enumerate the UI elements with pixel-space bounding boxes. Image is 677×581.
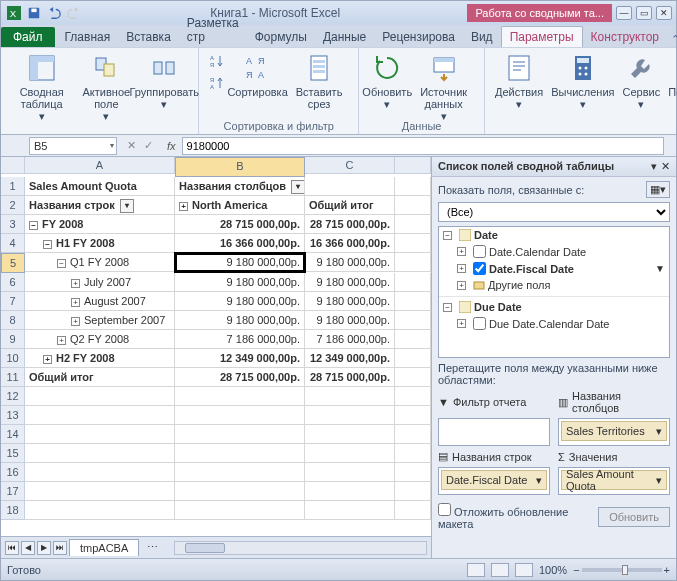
cell[interactable] xyxy=(25,406,175,425)
close-button[interactable]: ✕ xyxy=(656,6,672,20)
cell[interactable]: Названия строк ▾ xyxy=(25,196,175,215)
cell[interactable] xyxy=(305,177,395,196)
cell[interactable]: Общий итог xyxy=(25,368,175,387)
fx-icon[interactable]: fx xyxy=(161,140,182,152)
cell[interactable]: 9 180 000,00p. xyxy=(175,273,305,292)
cell[interactable] xyxy=(25,425,175,444)
minimize-button[interactable]: — xyxy=(616,6,632,20)
cell[interactable]: 12 349 000,00p. xyxy=(175,349,305,368)
cell[interactable] xyxy=(395,311,431,330)
cell[interactable]: +North America xyxy=(175,196,305,215)
cell[interactable]: +July 2007 xyxy=(25,273,175,292)
cell[interactable] xyxy=(395,215,431,234)
select-all[interactable] xyxy=(1,157,25,174)
tab-view[interactable]: Вид xyxy=(463,27,501,47)
layout-icon[interactable]: ▦▾ xyxy=(646,181,670,198)
cell[interactable]: 9 180 000,00p. xyxy=(305,253,395,272)
field-cal-check[interactable] xyxy=(473,245,486,258)
row-header[interactable]: 15 xyxy=(1,444,25,463)
row-header[interactable]: 5 xyxy=(1,253,25,273)
col-header[interactable] xyxy=(395,157,431,174)
filter-area[interactable] xyxy=(438,418,550,446)
enter-icon[interactable]: ✓ xyxy=(144,139,153,152)
cell[interactable] xyxy=(25,501,175,520)
zoom-slider[interactable] xyxy=(582,568,662,572)
cell[interactable]: Общий итог xyxy=(305,196,395,215)
pivot-table-button[interactable]: Сводная таблица ▾ xyxy=(7,50,76,116)
tab-layout[interactable]: Разметка стр xyxy=(179,13,247,47)
cell[interactable] xyxy=(305,501,395,520)
row-header[interactable]: 1 xyxy=(1,177,25,196)
cell[interactable]: +H2 FY 2008 xyxy=(25,349,175,368)
cell[interactable]: +Q2 FY 2008 xyxy=(25,330,175,349)
row-header[interactable]: 6 xyxy=(1,273,25,292)
cell[interactable]: −H1 FY 2008 xyxy=(25,234,175,253)
update-button[interactable]: Обновить xyxy=(598,507,670,527)
field-fiscal-check[interactable] xyxy=(473,262,486,275)
field-duecal-check[interactable] xyxy=(473,317,486,330)
field-tree[interactable]: −Date +Date.Calendar Date +Date.Fiscal D… xyxy=(438,226,670,358)
cell[interactable] xyxy=(395,463,431,482)
cell[interactable]: 28 715 000,00p. xyxy=(305,368,395,387)
row-header[interactable]: 8 xyxy=(1,311,25,330)
col-header[interactable]: C xyxy=(305,157,395,174)
col-header[interactable]: B xyxy=(175,157,305,177)
cell[interactable]: 7 186 000,00p. xyxy=(175,330,305,349)
name-box[interactable]: B5 xyxy=(29,137,117,155)
cell[interactable] xyxy=(395,292,431,311)
zoom-out-button[interactable]: − xyxy=(573,564,579,576)
cell[interactable] xyxy=(395,330,431,349)
field-item-vals[interactable]: Sales Amount Quota▾ xyxy=(561,470,667,490)
row-header[interactable]: 14 xyxy=(1,425,25,444)
normal-view-button[interactable] xyxy=(467,563,485,577)
cell[interactable]: −Q1 FY 2008 xyxy=(25,253,175,272)
minimize-ribbon-icon[interactable]: ⌃ xyxy=(667,31,677,47)
cell[interactable] xyxy=(395,253,431,272)
row-header[interactable]: 18 xyxy=(1,501,25,520)
rows-area[interactable]: Date.Fiscal Date▾ xyxy=(438,467,550,495)
h-scrollbar[interactable] xyxy=(174,541,427,555)
defer-label[interactable]: Отложить обновление макета xyxy=(438,503,598,530)
cell[interactable] xyxy=(305,444,395,463)
zoom-level[interactable]: 100% xyxy=(539,564,567,576)
tab-file[interactable]: Файл xyxy=(1,27,55,47)
zoom-in-button[interactable]: + xyxy=(664,564,670,576)
tab-options[interactable]: Параметры xyxy=(501,26,583,47)
tab-review[interactable]: Рецензирова xyxy=(374,27,463,47)
row-header[interactable]: 16 xyxy=(1,463,25,482)
cell[interactable] xyxy=(395,234,431,253)
sort-button[interactable]: АЯЯАСортировка xyxy=(229,50,286,116)
calc-button[interactable]: Вычисления ▾ xyxy=(547,50,618,116)
cell[interactable] xyxy=(305,387,395,406)
cell[interactable]: −FY 2008 xyxy=(25,215,175,234)
cell[interactable] xyxy=(175,387,305,406)
tab-design[interactable]: Конструктор xyxy=(583,27,667,47)
cell[interactable]: 9 180 000,00p. xyxy=(175,292,305,311)
row-header[interactable]: 2 xyxy=(1,196,25,215)
show-button[interactable]: Показать ▾ xyxy=(664,50,677,116)
row-header[interactable]: 4 xyxy=(1,234,25,253)
cell[interactable]: Sales Amount Quota xyxy=(25,177,175,196)
sheet-tab[interactable]: tmpACBA xyxy=(69,539,139,556)
redo-icon[interactable] xyxy=(65,4,83,22)
first-sheet-button[interactable]: ⏮ xyxy=(5,541,19,555)
row-header[interactable]: 3 xyxy=(1,215,25,234)
row-header[interactable]: 13 xyxy=(1,406,25,425)
row-header[interactable]: 17 xyxy=(1,482,25,501)
refresh-button[interactable]: Обновить ▾ xyxy=(365,50,409,116)
tools-button[interactable]: Сервис ▾ xyxy=(619,50,665,116)
cell[interactable] xyxy=(305,482,395,501)
cell[interactable] xyxy=(305,406,395,425)
last-sheet-button[interactable]: ⏭ xyxy=(53,541,67,555)
next-sheet-button[interactable]: ▶ xyxy=(37,541,51,555)
tab-data[interactable]: Данные xyxy=(315,27,374,47)
sort-desc-button[interactable]: ЯА xyxy=(205,72,229,94)
slicer-button[interactable]: Вставить срез xyxy=(286,50,352,116)
cell[interactable]: +August 2007 xyxy=(25,292,175,311)
sort-asc-button[interactable]: АЯ xyxy=(205,50,229,72)
cell[interactable] xyxy=(305,425,395,444)
show-fields-select[interactable]: (Все) xyxy=(438,202,670,222)
cell[interactable] xyxy=(395,482,431,501)
cell[interactable] xyxy=(25,482,175,501)
cell[interactable]: 12 349 000,00p. xyxy=(305,349,395,368)
